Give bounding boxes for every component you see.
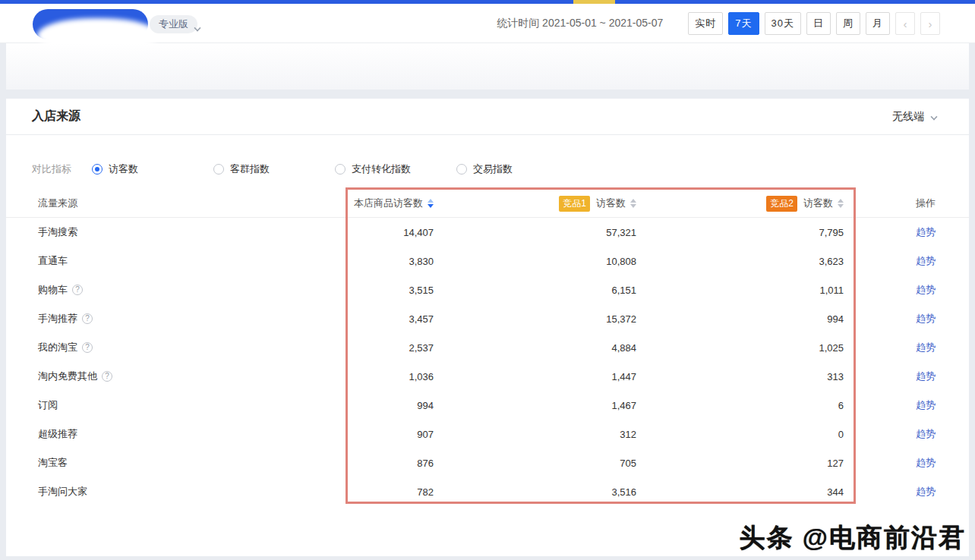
trend-link[interactable]: 趋势 bbox=[916, 254, 936, 268]
comp1-visitors-value: 3,516 bbox=[611, 486, 636, 498]
trend-link[interactable]: 趋势 bbox=[916, 283, 936, 297]
table-row: 淘宝客 876 705 127 趋势 bbox=[6, 448, 969, 477]
table-row: 手淘搜索 14,407 57,321 7,795 趋势 bbox=[6, 218, 969, 247]
table-body: 手淘搜索 14,407 57,321 7,795 趋势 直通车 3,830 10… bbox=[6, 218, 969, 506]
col-header-comp1-visitors: 竞品1 访客数 bbox=[559, 196, 636, 212]
trend-link[interactable]: 趋势 bbox=[916, 398, 936, 412]
comp2-visitors-value: 994 bbox=[827, 313, 844, 325]
col-header-own-visitors: 本店商品访客数 bbox=[354, 197, 434, 210]
comp1-visitors-value: 10,808 bbox=[606, 256, 636, 267]
compare-options: 访客数 客群指数 支付转化指数 交易指数 bbox=[92, 162, 578, 176]
sort-icon[interactable] bbox=[838, 199, 844, 208]
range-button[interactable]: 周 bbox=[836, 12, 860, 35]
source-name: 手淘搜索 bbox=[38, 225, 77, 239]
comp2-visitors-value: 7,795 bbox=[819, 227, 844, 238]
range-button[interactable]: 日 bbox=[806, 12, 831, 35]
terminal-selector[interactable]: 无线端 bbox=[892, 99, 937, 135]
comp2-visitors-value: 3,623 bbox=[819, 256, 844, 267]
date-range-controls: 统计时间 2021-05-01 ~ 2021-05-07 实时7天30天日周月 … bbox=[497, 4, 940, 43]
version-badge: 专业版 bbox=[150, 15, 197, 33]
own-visitors-value: 876 bbox=[417, 458, 434, 469]
range-button-group: 实时7天30天日周月 bbox=[683, 12, 890, 35]
trend-link[interactable]: 趋势 bbox=[916, 427, 936, 441]
table-row: 直通车 3,830 10,808 3,623 趋势 bbox=[6, 247, 969, 275]
table-row: 我的淘宝 ? 2,537 4,884 1,025 趋势 bbox=[6, 333, 969, 362]
compare-option[interactable]: 客群指数 bbox=[213, 162, 335, 176]
compare-metric-label: 对比指标 bbox=[32, 162, 92, 176]
table-row: 淘内免费其他 ? 1,036 1,447 313 趋势 bbox=[6, 362, 969, 391]
range-button[interactable]: 月 bbox=[866, 12, 890, 35]
card-header: 入店来源 无线端 bbox=[6, 99, 969, 135]
own-visitors-value: 3,457 bbox=[409, 313, 434, 325]
comp1-visitors-value: 312 bbox=[620, 429, 636, 440]
source-name: 订阅 bbox=[38, 398, 58, 412]
help-icon[interactable]: ? bbox=[82, 342, 93, 353]
comp2-visitors-value: 1,011 bbox=[819, 285, 844, 296]
comp2-visitors-value: 1,025 bbox=[819, 342, 844, 354]
col-header-own-label: 本店商品访客数 bbox=[354, 197, 423, 210]
terminal-selector-label: 无线端 bbox=[892, 110, 924, 124]
comp1-visitors-value: 15,372 bbox=[606, 313, 636, 325]
own-visitors-value: 1,036 bbox=[409, 371, 434, 382]
next-range-button[interactable]: › bbox=[920, 12, 940, 35]
help-icon[interactable]: ? bbox=[102, 371, 112, 382]
trend-link[interactable]: 趋势 bbox=[916, 341, 936, 354]
own-visitors-value: 994 bbox=[417, 400, 434, 411]
comp1-visitors-value: 4,884 bbox=[611, 342, 636, 354]
trend-link[interactable]: 趋势 bbox=[916, 312, 936, 326]
range-button[interactable]: 7天 bbox=[728, 12, 759, 35]
range-button[interactable]: 30天 bbox=[765, 12, 801, 35]
radio-icon bbox=[213, 164, 224, 175]
own-visitors-value: 782 bbox=[417, 486, 434, 498]
source-name: 我的淘宝 bbox=[38, 341, 77, 354]
own-visitors-value: 3,515 bbox=[409, 285, 434, 296]
compare-option[interactable]: 访客数 bbox=[92, 162, 213, 176]
radio-icon bbox=[335, 164, 346, 175]
source-name: 手淘推荐 bbox=[38, 312, 77, 326]
compare-option-label: 客群指数 bbox=[230, 162, 270, 176]
source-name: 直通车 bbox=[38, 254, 68, 268]
table-header-row: 流量来源 本店商品访客数 竞品1 访客数 竞品2 访客数 操作 bbox=[6, 190, 969, 218]
col-header-comp2-label: 访客数 bbox=[803, 197, 833, 210]
col-header-comp2-visitors: 竞品2 访客数 bbox=[766, 196, 844, 212]
comp2-visitors-value: 6 bbox=[838, 400, 844, 411]
table-row: 购物车 ? 3,515 6,151 1,011 趋势 bbox=[6, 275, 969, 304]
trend-link[interactable]: 趋势 bbox=[916, 485, 936, 499]
help-icon[interactable]: ? bbox=[82, 313, 93, 324]
range-button[interactable]: 实时 bbox=[688, 12, 723, 35]
trend-link[interactable]: 趋势 bbox=[916, 456, 936, 470]
comp1-badge: 竞品1 bbox=[559, 196, 590, 212]
comp1-visitors-value: 1,467 bbox=[611, 400, 636, 411]
help-icon[interactable]: ? bbox=[72, 285, 83, 295]
comp2-badge: 竞品2 bbox=[766, 196, 797, 212]
comp1-visitors-value: 705 bbox=[620, 458, 636, 469]
comp2-visitors-value: 313 bbox=[827, 371, 844, 382]
col-header-action: 操作 bbox=[916, 197, 936, 210]
source-name: 手淘问大家 bbox=[38, 485, 87, 499]
comp1-visitors-value: 57,321 bbox=[606, 227, 636, 238]
compare-metric-row: 对比指标 访客数 客群指数 支付转化指数 交易指数 bbox=[6, 158, 969, 181]
chevron-down-icon[interactable] bbox=[194, 20, 202, 28]
table-row: 手淘问大家 782 3,516 344 趋势 bbox=[6, 477, 969, 506]
sort-icon[interactable] bbox=[630, 199, 636, 208]
col-header-comp1-label: 访客数 bbox=[596, 197, 626, 210]
compare-option[interactable]: 交易指数 bbox=[456, 162, 578, 176]
own-visitors-value: 2,537 bbox=[409, 342, 434, 354]
comp1-visitors-value: 6,151 bbox=[611, 285, 636, 296]
comp2-visitors-value: 344 bbox=[827, 486, 844, 498]
compare-option-label: 交易指数 bbox=[473, 162, 513, 176]
compare-option-label: 支付转化指数 bbox=[352, 162, 411, 176]
prev-range-button[interactable]: ‹ bbox=[895, 12, 915, 35]
own-visitors-value: 14,407 bbox=[403, 227, 434, 238]
trend-link[interactable]: 趋势 bbox=[916, 225, 936, 239]
compare-option[interactable]: 支付转化指数 bbox=[335, 162, 456, 176]
sort-icon[interactable] bbox=[428, 199, 434, 208]
radio-icon bbox=[92, 164, 103, 175]
trend-link[interactable]: 趋势 bbox=[916, 370, 936, 383]
traffic-source-table: 流量来源 本店商品访客数 竞品1 访客数 竞品2 访客数 操作 bbox=[6, 190, 969, 506]
own-visitors-value: 3,830 bbox=[409, 256, 434, 267]
source-name: 淘宝客 bbox=[38, 456, 68, 470]
watermark: 头条 @电商前沿君 bbox=[739, 521, 966, 555]
compare-option-label: 访客数 bbox=[109, 162, 138, 176]
stat-time-label: 统计时间 2021-05-01 ~ 2021-05-07 bbox=[497, 17, 663, 30]
